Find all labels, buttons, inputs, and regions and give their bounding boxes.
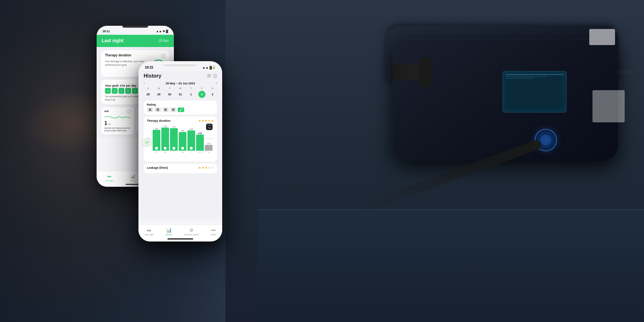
leak-star-1: ★ — [198, 166, 201, 169]
bar-check-w: ✓ — [181, 147, 184, 150]
bar-m: ✓ — [161, 128, 169, 151]
bar-check-s1: ✓ — [155, 147, 158, 150]
therapy-chart-card: Therapy duration ★ ★ ★ ★ ★ 4:00 — [144, 117, 217, 162]
next-week-arrow[interactable]: › — [216, 81, 217, 85]
leak-star-2: ★ — [202, 166, 204, 169]
nav-last-night-icon: 🛏 — [107, 174, 112, 179]
ahi-title: AHI — [104, 110, 109, 113]
bars-row: 6:42 ✓ S 7:33 ✓ M — [147, 124, 214, 159]
nav-front-other-icon: ••• — [211, 228, 216, 233]
day-s1[interactable]: S 28 — [144, 87, 153, 98]
nav-last-night[interactable]: 🛏 Last night — [105, 174, 113, 182]
rating-icon-4: ≡ — [170, 108, 176, 112]
status-icons: ▲▲ ≋ ▓ — [156, 30, 168, 33]
day-num-w: 31 — [177, 91, 184, 98]
leakage-chart-title: Leakage (l/min) — [147, 166, 168, 169]
day-s2[interactable]: S 3 — [208, 87, 217, 98]
nav-history-icon: 📊 — [130, 174, 136, 179]
device-port — [419, 58, 431, 87]
rating-card: Rating ≡ ≡ ≡ ≡ ✓ — [144, 100, 217, 115]
device-screen — [502, 71, 567, 113]
bar-col-s2: 1:43 S — [205, 143, 213, 153]
nav-history[interactable]: 📊 History — [130, 174, 136, 182]
day-t1[interactable]: T 30 — [165, 87, 174, 98]
prev-week-arrow[interactable]: ‹ — [144, 81, 145, 85]
bar-col-t2: 6:26 ✓ T — [187, 128, 195, 153]
bar-day-w: W — [182, 151, 184, 153]
day-m[interactable]: M 29 — [154, 87, 163, 98]
week-range: 28 May – 03 Jun 2023 — [166, 82, 195, 85]
day-label-m: M — [158, 87, 160, 90]
device-area: LÖWENSTEIN PRISMALINE — [225, 0, 644, 322]
bar-label-s2: 1:43 — [207, 143, 211, 145]
day-label-t1: T — [169, 87, 170, 90]
nav-front-remote-label: Remote control — [185, 233, 199, 236]
bar-t2: ✓ — [187, 130, 195, 151]
phone-front-content: History ⊡ ⓘ ‹ 28 May – 03 Jun 2023 › S 2… — [138, 71, 222, 219]
bar-label-t1: 7:15 — [172, 126, 176, 128]
goal-icon-2: ☺ — [112, 88, 118, 94]
rating-icon-5: ✓ — [178, 108, 184, 112]
ahi-value: 1 — [104, 120, 107, 126]
goal-icon-4: ☺ — [125, 88, 131, 94]
bar-check-m: ✓ — [164, 147, 167, 150]
phone-notch — [122, 26, 148, 28]
bar-check-t2: ✓ — [190, 147, 193, 150]
nav-front-other[interactable]: ••• Other — [211, 228, 216, 236]
day-f[interactable]: F 2 — [197, 87, 206, 98]
chart-title: Therapy duration — [147, 119, 171, 122]
ahi-value-row: 1 /h — [104, 120, 131, 126]
cpap-device: LÖWENSTEIN PRISMALINE — [367, 26, 625, 193]
home-indicator-front — [167, 238, 193, 240]
phone-header: Last night 18 Nov — [97, 35, 174, 47]
bar-label-t2: 6:26 — [190, 128, 193, 130]
nav-front-remote[interactable]: ⚙ Remote control — [185, 228, 199, 236]
history-header: History ⊡ ⓘ — [144, 73, 217, 79]
history-action-icons: ⊡ ⓘ — [207, 73, 217, 79]
phone-history: 19:15 ▲▲ ▓🔋 History ⊡ ⓘ ‹ 28 May – 03 Ju… — [138, 61, 222, 242]
goal-icon-3: ☺ — [118, 88, 124, 94]
bar-col-t1: 7:15 ✓ T — [170, 126, 178, 153]
bar-label-s1: 6:42 — [155, 128, 158, 129]
leakage-history-card: Leakage (l/min) ★ ★ ★ ★ ★ — [144, 164, 217, 173]
bar-label-f: 5:02 — [198, 132, 202, 134]
leakage-chart-header: Leakage (l/min) ★ ★ ★ ★ ★ — [147, 166, 214, 169]
nav-front-last-night[interactable]: 🛏 Last night — [145, 228, 154, 236]
day-label-f: F — [201, 87, 203, 90]
table-surface — [258, 209, 644, 322]
bar-col-f: 5:02 F — [196, 132, 204, 153]
star-3: ★ — [205, 119, 207, 122]
rating-icons-row: ≡ ≡ ≡ ≡ ✓ — [147, 108, 214, 112]
share-icon[interactable]: ⊡ — [207, 73, 211, 79]
bar-day-f: F — [199, 151, 201, 153]
bar-day-m: M — [165, 151, 166, 153]
nav-front-history-label: History — [166, 233, 172, 236]
ahi-chart — [104, 114, 131, 120]
ahi-info-icon[interactable]: i — [127, 110, 131, 114]
bar-day-s2: S — [208, 151, 209, 153]
star-5: ★ — [211, 119, 214, 122]
rating-icon-3: ≡ — [162, 108, 169, 112]
star-2: ★ — [202, 119, 204, 122]
nav-front-remote-icon: ⚙ — [189, 228, 194, 233]
info-icon-hist[interactable]: ⓘ — [213, 73, 217, 79]
nav-front-last-night-icon: 🛏 — [147, 228, 151, 233]
bar-col-s1: 6:42 ✓ S — [153, 128, 160, 153]
phone-title: Last night — [102, 38, 123, 43]
chart-stars: ★ ★ ★ ★ ★ — [198, 119, 214, 122]
day-label-w: W — [179, 87, 182, 90]
day-w[interactable]: W 31 — [176, 87, 185, 98]
bar-t1: ✓ — [170, 128, 178, 151]
day-t2[interactable]: T 1 — [186, 87, 195, 98]
day-label-t2: T — [190, 87, 192, 90]
day-num-m: 29 — [155, 91, 162, 98]
bar-s2 — [205, 145, 213, 151]
day-num-t1: 30 — [166, 91, 173, 98]
leak-star-4: ★ — [208, 166, 211, 169]
leakage-chart-stars: ★ ★ ★ ★ ★ — [198, 166, 214, 169]
star-4: ★ — [208, 119, 211, 122]
nav-front-history[interactable]: 📊 History — [166, 228, 172, 236]
phones-container: 19:11 ▲▲ ≋ ▓ Last night 18 Nov Therapy d… — [97, 16, 258, 312]
therapy-info-icon[interactable]: i — [162, 54, 166, 58]
day-label-s1: S — [147, 87, 149, 90]
